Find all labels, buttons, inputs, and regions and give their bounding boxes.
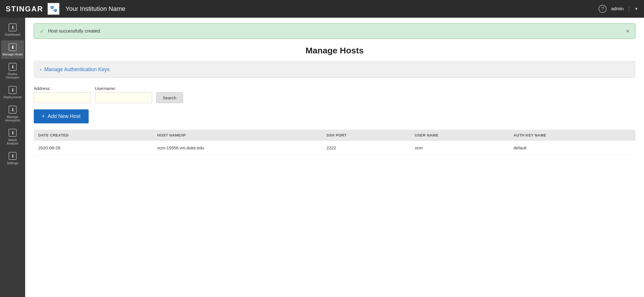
manage-honeypots-icon: ⬇	[9, 106, 17, 114]
search-button[interactable]: Search	[156, 92, 183, 103]
help-button[interactable]: ?	[599, 5, 607, 13]
sidebar-item-dashboard[interactable]: ⬇ Dashboard	[1, 21, 24, 39]
success-banner-left: ✓ Host successfully created.	[40, 28, 101, 35]
success-message: Host successfully created.	[48, 29, 101, 34]
main-content: ✓ Host successfully created. × Manage Ho…	[25, 18, 644, 297]
attack-analysis-icon: ⬇	[9, 129, 17, 137]
table-header-row: DATE CREATED HOST NAME/IP SSH PORT USER …	[34, 130, 635, 141]
cell-date-created: 2020-08-26	[34, 141, 153, 155]
username-field-group: Username:	[95, 86, 152, 103]
username-label: Username:	[95, 86, 152, 91]
nav-divider: |	[628, 6, 630, 12]
search-area: Address: Username: Search	[34, 86, 635, 103]
table-header: DATE CREATED HOST NAME/IP SSH PORT USER …	[34, 130, 635, 141]
cell-user-name: vcm	[410, 141, 509, 155]
auth-keys-link[interactable]: Manage Authentication Keys	[44, 67, 110, 73]
user-label: admin	[611, 6, 624, 11]
address-input[interactable]	[34, 92, 91, 103]
success-banner: ✓ Host successfully created. ×	[34, 23, 635, 39]
settings-icon: ⬇	[9, 152, 17, 160]
table-row: 2020-08-26 vcm-15556.vm.duke.edu 2222 vc…	[34, 141, 635, 155]
sidebar-item-deployments[interactable]: ⬇ Deployments	[1, 83, 24, 102]
dashboard-icon: ⬇	[9, 23, 17, 31]
brand-label: STINGAR	[6, 5, 43, 13]
success-check-icon: ✓	[40, 28, 45, 35]
sidebar-item-label: Attack Analysis	[2, 138, 23, 145]
sidebar-item-deploy-honeypot[interactable]: ⬇ Deploy Honeypot	[1, 60, 24, 82]
body-layout: ⬇ Dashboard ⬇ Manage Hosts ⬇ Deploy Hone…	[0, 18, 644, 297]
sidebar-item-label: Settings	[7, 161, 18, 165]
sidebar-item-label: Manage Honeypots	[2, 115, 23, 122]
page-title: Manage Hosts	[34, 46, 635, 55]
col-auth-key-name: AUTH KEY NAME	[509, 130, 635, 141]
sidebar-item-manage-honeypots[interactable]: ⬇ Manage Honeypots	[1, 103, 24, 125]
success-close-button[interactable]: ×	[626, 28, 629, 35]
user-menu-caret[interactable]: ▼	[634, 7, 638, 11]
institution-logo: 🐾	[47, 3, 60, 15]
sidebar-item-attack-analysis[interactable]: ⬇ Attack Analysis	[1, 126, 24, 148]
institution-name: Your Institution Name	[65, 5, 595, 13]
deployments-icon: ⬇	[9, 86, 17, 94]
sidebar-item-manage-hosts[interactable]: ⬇ Manage Hosts	[1, 40, 24, 59]
sidebar-item-label: Deployments	[3, 95, 22, 99]
sidebar: ⬇ Dashboard ⬇ Manage Hosts ⬇ Deploy Hone…	[0, 18, 25, 297]
sidebar-item-label: Manage Hosts	[3, 53, 23, 56]
add-host-label: Add New Host	[48, 113, 81, 119]
sidebar-item-settings[interactable]: ⬇ Settings	[1, 149, 24, 168]
add-new-host-button[interactable]: + Add New Host	[34, 109, 89, 123]
col-host-name-ip: HOST NAME/IP	[153, 130, 322, 141]
address-field-group: Address:	[34, 86, 91, 103]
search-fields: Address: Username: Search	[34, 86, 635, 103]
add-icon: +	[42, 113, 45, 119]
sidebar-item-label: Deploy Honeypot	[2, 72, 23, 79]
auth-keys-section: › Manage Authentication Keys	[34, 61, 635, 78]
cell-host-name-ip: vcm-15556.vm.duke.edu	[153, 141, 322, 155]
auth-keys-toggle-icon[interactable]: ›	[40, 67, 41, 73]
cell-auth-key-name: default	[509, 141, 635, 155]
username-input[interactable]	[95, 92, 152, 103]
col-user-name: USER NAME	[410, 130, 509, 141]
topnav: STINGAR 🐾 Your Institution Name ? admin …	[0, 0, 644, 18]
col-ssh-port: SSH PORT	[322, 130, 410, 141]
col-date-created: DATE CREATED	[34, 130, 153, 141]
cell-ssh-port: 2222	[322, 141, 410, 155]
deploy-honeypot-icon: ⬇	[9, 63, 17, 71]
topnav-right: ? admin | ▼	[599, 5, 638, 13]
table-body: 2020-08-26 vcm-15556.vm.duke.edu 2222 vc…	[34, 141, 635, 155]
hosts-table: DATE CREATED HOST NAME/IP SSH PORT USER …	[34, 130, 635, 155]
sidebar-item-label: Dashboard	[5, 33, 20, 36]
manage-hosts-icon: ⬇	[9, 43, 17, 51]
address-label: Address:	[34, 86, 91, 91]
